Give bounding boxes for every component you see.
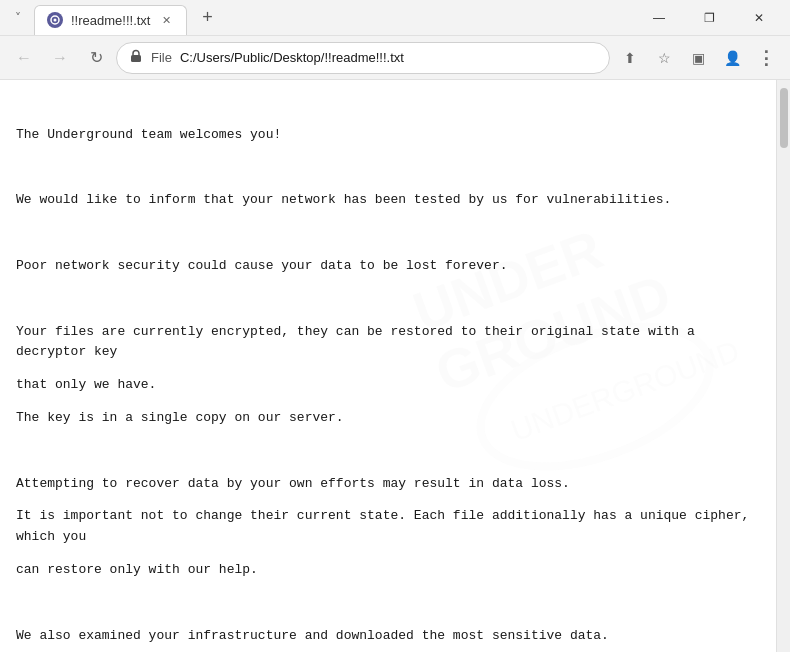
forward-button[interactable]: →: [44, 42, 76, 74]
titlebar-left: ˅ !!readme!!!.txt ✕ +: [8, 1, 636, 35]
close-button[interactable]: ✕: [736, 2, 782, 34]
line-blank-3: [16, 223, 760, 244]
tab-close-button[interactable]: ✕: [158, 12, 174, 28]
line-welcome: The Underground team welcomes you!: [16, 125, 760, 146]
line-recover-3: can restore only with our help.: [16, 560, 760, 581]
line-encrypted-1: Your files are currently encrypted, they…: [16, 322, 760, 364]
line-recover-1: Attempting to recover data by your own e…: [16, 474, 760, 495]
line-blank-2: [16, 158, 760, 179]
page-content[interactable]: UNDER GROUND UNDERGROUND The Underground…: [0, 80, 776, 652]
svg-rect-2: [131, 55, 141, 62]
menu-icon[interactable]: ⋮: [750, 42, 782, 74]
maximize-button[interactable]: ❐: [686, 2, 732, 34]
bookmark-icon[interactable]: ☆: [648, 42, 680, 74]
scrollbar[interactable]: [776, 80, 790, 652]
svg-point-1: [54, 19, 57, 22]
back-button[interactable]: ←: [8, 42, 40, 74]
content-area: UNDER GROUND UNDERGROUND The Underground…: [0, 80, 790, 652]
new-tab-button[interactable]: +: [193, 4, 221, 32]
toolbar-right-buttons: ⬆ ☆ ▣ 👤 ⋮: [614, 42, 782, 74]
line-inform: We would like to inform that your networ…: [16, 190, 760, 211]
lock-icon: [129, 49, 143, 66]
line-blank-5: [16, 441, 760, 462]
tab-list-down-icon[interactable]: ˅: [8, 8, 28, 28]
tab-favicon-icon: [47, 12, 63, 28]
line-key: The key is in a single copy on our serve…: [16, 408, 760, 429]
tab-title: !!readme!!!.txt: [71, 13, 150, 28]
toolbar: ← → ↻ File C:/Users/Public/Desktop/!!rea…: [0, 36, 790, 80]
window-controls: — ❐ ✕: [636, 2, 782, 34]
share-icon[interactable]: ⬆: [614, 42, 646, 74]
scroll-thumb[interactable]: [780, 88, 788, 148]
line-blank-4: [16, 289, 760, 310]
file-protocol-label: File: [151, 50, 172, 65]
line-poor: Poor network security could cause your d…: [16, 256, 760, 277]
line-encrypted-2: that only we have.: [16, 375, 760, 396]
line-recover-2: It is important not to change their curr…: [16, 506, 760, 548]
extensions-icon[interactable]: ▣: [682, 42, 714, 74]
profile-icon[interactable]: 👤: [716, 42, 748, 74]
refresh-button[interactable]: ↻: [80, 42, 112, 74]
minimize-button[interactable]: —: [636, 2, 682, 34]
address-text: C:/Users/Public/Desktop/!!readme!!!.txt: [180, 50, 597, 65]
address-bar[interactable]: File C:/Users/Public/Desktop/!!readme!!!…: [116, 42, 610, 74]
line-blank-6: [16, 593, 760, 614]
line-examined-1: We also examined your infrastructure and…: [16, 626, 760, 647]
titlebar: ˅ !!readme!!!.txt ✕ + — ❐ ✕: [0, 0, 790, 36]
active-tab[interactable]: !!readme!!!.txt ✕: [34, 5, 187, 35]
line-blank-1: [16, 92, 760, 113]
